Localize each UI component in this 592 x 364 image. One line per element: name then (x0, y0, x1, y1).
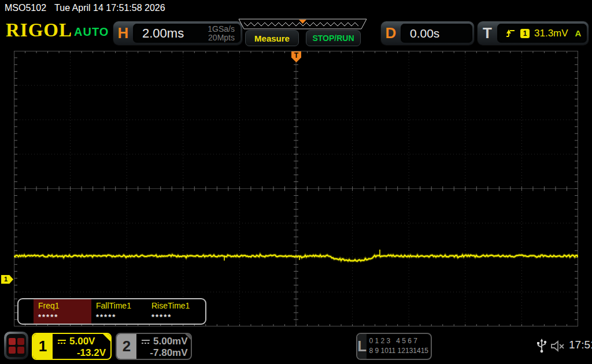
measurement-cell-risetime1[interactable]: RiseTime1 ***** (147, 299, 204, 324)
logic-row-2: 8 9 1011 12131415 (369, 347, 428, 355)
channel1-ground-marker[interactable]: 1 (1, 275, 13, 284)
acquisition-status: AUTO (74, 25, 109, 39)
trigger-mode: A (575, 28, 582, 38)
channel1-panel[interactable]: 1 5.00V -13.2V (32, 333, 112, 360)
channel1-number: 1 (33, 334, 53, 359)
trigger-level: 31.3mV (534, 28, 568, 39)
dc-coupling-icon (141, 339, 150, 345)
measurement-cell-freq1[interactable]: Freq1 ***** (34, 299, 91, 324)
delay-panel[interactable]: D 0.00s (381, 21, 474, 45)
logic-analyzer-panel[interactable]: L 0 1 2 3 4 5 6 78 9 1011 12131415 (356, 333, 432, 360)
logic-row-1: 0 1 2 3 4 5 6 7 (369, 337, 417, 345)
rising-edge-icon (505, 29, 516, 38)
measure-button[interactable]: Measure (245, 30, 299, 46)
trigger-source-badge: 1 (520, 29, 530, 38)
channel2-panel[interactable]: 2 5.00mV -7.80mV (116, 333, 192, 360)
measurement-value: ***** (96, 313, 142, 321)
panel-chamfer (185, 334, 192, 341)
delay-value: 0.00s (410, 27, 439, 40)
graticule-display (14, 51, 578, 326)
trigger-panel[interactable]: T 1 31.3mV A (478, 21, 589, 45)
acquisition-info: 1GSa/s 20Mpts (208, 25, 235, 42)
dc-coupling-icon (57, 339, 66, 345)
datetime: Tue April 14 17:51:58 2026 (54, 3, 165, 13)
panel-chamfer (103, 334, 110, 341)
measurement-label: RiseTime1 (151, 301, 199, 310)
channel2-offset: -7.80mV (150, 347, 187, 359)
channel1-offset: -13.2V (77, 347, 106, 359)
measurement-spacer (18, 299, 34, 324)
logic-channels: 0 1 2 3 4 5 6 78 9 1011 12131415 (367, 334, 431, 359)
window-layout-button[interactable] (4, 332, 28, 359)
horizontal-label: H (113, 24, 133, 42)
waveform-preview-strip[interactable] (238, 18, 367, 30)
memory-depth: 20Mpts (208, 33, 235, 42)
oscilloscope-screen: { "status_bar": { "model": "MSO5102", "d… (0, 0, 592, 364)
delay-label: D (381, 24, 401, 42)
sample-rate: 1GSa/s (208, 24, 235, 34)
measurement-results-box[interactable]: Freq1 ***** FallTime1 ***** RiseTime1 **… (17, 298, 206, 325)
trigger-label: T (478, 24, 497, 42)
measurement-value: ***** (151, 313, 199, 321)
logic-label: L (357, 334, 367, 359)
stop-run-button[interactable]: STOP/RUN (306, 30, 361, 46)
bottom-bar: 1 5.00V -13.2V 2 5.00mV -7.80mV (0, 329, 592, 364)
layout-grid-icon (6, 334, 26, 357)
model-name: MSO5102 (5, 3, 46, 13)
channel1-scale: 5.00V (69, 336, 95, 347)
measurement-value: ***** (38, 313, 87, 321)
horizontal-panel[interactable]: H 2.00ms 1GSa/s 20Mpts (113, 21, 242, 45)
measurement-cell-falltime1[interactable]: FallTime1 ***** (91, 299, 147, 324)
channel2-number: 2 (117, 334, 136, 359)
rigol-logo: RIGOL (6, 20, 72, 41)
measurement-label: Freq1 (38, 301, 87, 310)
timebase-value: 2.00ms (142, 26, 184, 41)
tray-clock: 17:51 (569, 339, 592, 351)
speaker-muted-icon (550, 340, 565, 352)
channel2-scale: 5.00mV (153, 336, 188, 347)
status-bar: MSO5102 Tue April 14 17:51:58 2026 (0, 0, 592, 16)
measurement-label: FallTime1 (96, 301, 142, 310)
usb-icon (536, 339, 547, 354)
header-bar: RIGOL AUTO H 2.00ms 1GSa/s 20Mpts Measur… (0, 16, 592, 50)
